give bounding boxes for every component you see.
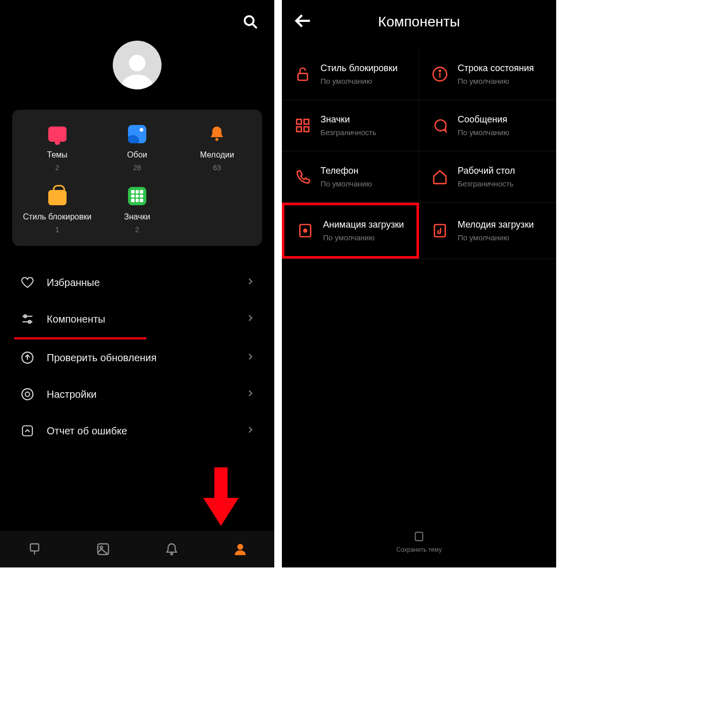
annotation-arrow-icon: [203, 467, 239, 526]
component-boot-sound[interactable]: Мелодия загрузки По умолчанию: [419, 203, 556, 259]
save-icon: [413, 531, 425, 542]
theme-icon: [48, 126, 67, 142]
edit-icon: [20, 424, 35, 438]
components-grid: Стиль блокировки По умолчанию Строка сос…: [282, 44, 556, 259]
nav-ringtones[interactable]: [137, 531, 206, 567]
chevron-right-icon: [247, 278, 254, 287]
lock-icon: [293, 65, 312, 84]
header: Компоненты: [282, 0, 556, 44]
collection-lockstyle[interactable]: Стиль блокировки 1: [17, 186, 97, 234]
label: Компоненты: [47, 313, 105, 325]
lock-icon: [48, 190, 67, 205]
subtitle: По умолчанию: [320, 77, 398, 85]
svg-point-24: [439, 70, 441, 72]
subtitle: По умолчанию: [458, 128, 509, 137]
chat-icon: [430, 116, 450, 135]
title: Телефон: [320, 166, 372, 176]
wallpaper-icon: [128, 125, 146, 143]
svg-point-16: [171, 553, 173, 555]
bell-icon: [207, 124, 227, 144]
subtitle: По умолчанию: [458, 233, 534, 242]
component-lockstyle[interactable]: Стиль блокировки По умолчанию: [282, 49, 419, 100]
menu-settings[interactable]: Настройки: [0, 376, 274, 413]
update-icon: [20, 351, 35, 365]
back-button[interactable]: [294, 12, 311, 31]
svg-line-1: [252, 24, 257, 28]
phone-icon: [293, 167, 312, 186]
component-boot-animation[interactable]: Анимация загрузки По умолчанию: [282, 203, 419, 259]
component-icons[interactable]: Значки Безграничность: [282, 100, 419, 151]
components-screen: Компоненты Стиль блокировки По умолчанию…: [282, 0, 556, 567]
svg-rect-25: [297, 119, 301, 124]
svg-point-9: [22, 389, 33, 400]
avatar[interactable]: [113, 41, 162, 89]
label: Значки: [124, 212, 150, 221]
svg-rect-27: [297, 127, 301, 132]
svg-point-15: [100, 546, 103, 549]
collection-wallpapers[interactable]: Обои 28: [97, 124, 177, 172]
component-messages[interactable]: Сообщения По умолчанию: [419, 100, 556, 151]
component-phone[interactable]: Телефон По умолчанию: [282, 151, 419, 202]
spacer: [177, 186, 257, 234]
menu-check-updates[interactable]: Проверить обновления: [0, 339, 274, 376]
svg-point-3: [215, 138, 218, 141]
svg-rect-11: [22, 426, 33, 436]
svg-rect-28: [304, 127, 309, 132]
title: Строка состояния: [458, 63, 534, 74]
collection-themes[interactable]: Темы 2: [17, 124, 97, 172]
label: Сохранить тему: [396, 546, 441, 553]
svg-rect-12: [30, 544, 38, 551]
svg-rect-26: [304, 119, 309, 124]
animation-icon: [296, 221, 315, 240]
subtitle: Безграничность: [320, 128, 376, 137]
svg-point-10: [25, 392, 30, 397]
component-home[interactable]: Рабочий стол Безграничность: [419, 151, 556, 202]
home-icon: [430, 167, 450, 186]
menu-bug-report[interactable]: Отчет об ошибке: [0, 413, 274, 449]
count: 28: [133, 164, 141, 172]
subtitle: По умолчанию: [458, 77, 534, 85]
svg-rect-32: [415, 532, 423, 541]
gear-icon: [20, 387, 35, 401]
chevron-right-icon: [247, 353, 254, 362]
svg-point-17: [238, 545, 242, 549]
collection-icons[interactable]: Значки 2: [97, 186, 177, 234]
chevron-right-icon: [247, 426, 254, 435]
nav-profile[interactable]: [206, 531, 274, 567]
sliders-icon: [20, 312, 35, 326]
svg-rect-21: [298, 74, 308, 80]
label: Стиль блокировки: [23, 212, 91, 221]
title: Мелодия загрузки: [458, 219, 534, 230]
label: Обои: [127, 150, 147, 160]
menu-favorites[interactable]: Избранные: [0, 264, 274, 301]
label: Настройки: [47, 389, 97, 400]
music-icon: [430, 221, 450, 240]
subtitle: Безграничность: [458, 179, 515, 188]
grid-icon: [128, 187, 146, 205]
menu-list: Избранные Компоненты Проверить обновлени…: [0, 261, 274, 452]
search-icon[interactable]: [243, 14, 258, 31]
save-theme-button[interactable]: Сохранить тему: [282, 517, 556, 567]
page-title: Компоненты: [282, 14, 556, 30]
count: 63: [213, 164, 221, 172]
svg-point-2: [129, 55, 146, 72]
svg-point-30: [303, 229, 307, 233]
title: Значки: [320, 114, 376, 125]
menu-components[interactable]: Компоненты: [0, 301, 274, 337]
title: Стиль блокировки: [320, 63, 398, 74]
label: Темы: [47, 150, 68, 160]
title: Рабочий стол: [458, 166, 515, 176]
label: Избранные: [47, 277, 100, 289]
count: 1: [55, 226, 59, 234]
profile-screen: Темы 2 Обои 28 Мелодии 63 Стиль блокиров…: [0, 0, 274, 567]
bottom-nav: [0, 531, 274, 567]
component-statusbar[interactable]: Строка состояния По умолчанию: [419, 49, 556, 100]
subtitle: По умолчанию: [323, 233, 404, 242]
svg-point-0: [245, 16, 254, 25]
svg-rect-18: [214, 467, 228, 500]
collection-ringtones[interactable]: Мелодии 63: [177, 124, 257, 172]
nav-themes[interactable]: [0, 531, 69, 567]
nav-wallpapers[interactable]: [69, 531, 137, 567]
chevron-right-icon: [247, 390, 254, 399]
info-icon: [430, 65, 450, 84]
